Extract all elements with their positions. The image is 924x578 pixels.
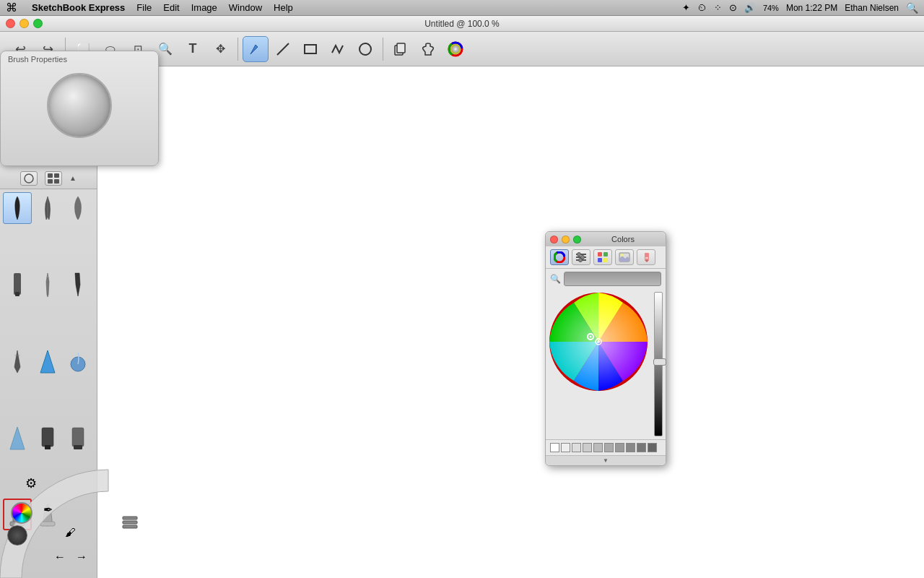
radial-dark-circle[interactable] (7, 525, 27, 545)
copy-button[interactable] (388, 36, 414, 62)
svg-point-51 (590, 336, 592, 338)
color-wheel-toolbar-button[interactable] (443, 36, 468, 62)
brush-properties-panel: Brush Properties (0, 51, 159, 166)
sound-icon: 🔊 (744, 2, 756, 13)
svg-rect-16 (14, 273, 21, 295)
svg-point-49 (597, 340, 600, 343)
brush-item-3[interactable] (3, 269, 32, 301)
toolbar-sep-2 (237, 38, 238, 61)
color-wheel-tab[interactable] (550, 249, 569, 265)
radial-color-circle[interactable] (11, 502, 32, 524)
rect-button[interactable] (297, 36, 323, 62)
brush-item-5[interactable] (64, 269, 92, 301)
radial-item-settings[interactable]: ⚙ (25, 475, 37, 491)
brush-item-7[interactable] (33, 345, 62, 377)
image-menu[interactable]: Image (186, 0, 223, 16)
brightness-slider[interactable] (654, 292, 663, 436)
svg-rect-38 (598, 258, 602, 262)
svg-rect-1 (305, 45, 316, 53)
transform-button[interactable]: ✥ (207, 36, 233, 62)
radial-back-arrow[interactable]: ← (54, 551, 66, 564)
svg-rect-12 (54, 173, 59, 178)
brush-collapse-arrow[interactable]: ▲ (69, 174, 77, 182)
swatch-3[interactable] (583, 443, 592, 452)
brush-item-4[interactable] (33, 269, 62, 301)
svg-rect-14 (54, 179, 59, 184)
swatch-9[interactable] (648, 443, 657, 452)
swatch-4[interactable] (593, 443, 603, 452)
document-title: Untitled @ 100.0 % (424, 19, 500, 29)
colors-palette-row (546, 439, 666, 455)
maximize-button[interactable] (33, 19, 43, 28)
color-sliders-tab[interactable] (572, 249, 590, 265)
apple-menu-icon[interactable]: ⌘ (6, 1, 17, 14)
colors-title: Colors (585, 235, 661, 243)
radial-item-brush[interactable]: 🖌 (65, 526, 76, 538)
svg-marker-18 (40, 350, 55, 373)
swatch-2[interactable] (572, 443, 581, 452)
svg-marker-43 (645, 260, 649, 262)
colors-close-button[interactable] (550, 236, 558, 243)
time-machine-icon: ⏲ (697, 2, 707, 13)
stamp-button[interactable] (415, 36, 441, 62)
radial-forward-arrow[interactable]: → (76, 551, 87, 564)
swatch-8[interactable] (637, 443, 646, 452)
brush-item-6[interactable] (3, 345, 32, 377)
brightness-thumb[interactable] (653, 358, 666, 366)
file-menu[interactable]: File (131, 0, 157, 16)
color-pencils-tab[interactable] (637, 249, 655, 265)
svg-rect-37 (603, 252, 608, 256)
scroll-down-indicator: ▼ (603, 457, 609, 464)
colors-tabs (546, 246, 666, 269)
zigzag-button[interactable] (325, 36, 351, 62)
svg-rect-39 (603, 258, 608, 262)
line-button[interactable] (270, 36, 296, 62)
svg-rect-17 (15, 292, 19, 296)
colors-scroll[interactable]: ▼ (546, 455, 666, 465)
canvas-area[interactable] (97, 66, 924, 578)
help-menu[interactable]: Help (268, 0, 299, 16)
swatch-5[interactable] (604, 443, 614, 452)
colors-search-bar: 🔍 (546, 269, 666, 289)
svg-line-0 (277, 43, 289, 55)
svg-rect-53 (123, 521, 137, 524)
colors-minimize-button[interactable] (562, 236, 570, 243)
swatch-7[interactable] (626, 443, 635, 452)
radial-item-pen[interactable]: ✒ (43, 503, 53, 517)
search-icon[interactable]: 🔍 (906, 2, 918, 14)
text-button[interactable]: T (180, 36, 206, 62)
svg-rect-42 (645, 253, 649, 260)
pen-button[interactable] (243, 36, 269, 62)
ellipse-button[interactable] (352, 36, 378, 62)
brush-item-2[interactable] (64, 192, 92, 224)
brush-grid-view-button[interactable] (20, 171, 38, 186)
svg-point-10 (25, 174, 33, 183)
menubar-right: ✦ ⏲ ⁘ ⊙ 🔊 74% Mon 1:22 PM Ethan Nielsen … (682, 2, 918, 14)
swatch-0[interactable] (550, 443, 559, 452)
svg-point-9 (449, 43, 462, 56)
radial-layers-button[interactable] (121, 514, 139, 535)
swatch-6[interactable] (615, 443, 624, 452)
colors-maximize-button[interactable] (573, 236, 581, 243)
minimize-button[interactable] (19, 19, 29, 28)
swatch-1[interactable] (561, 443, 570, 452)
datetime-display: Mon 1:22 PM (786, 3, 837, 13)
color-swatches-tab[interactable] (593, 249, 612, 265)
bluetooth-icon: ✦ (682, 2, 690, 13)
colors-search-icon: 🔍 (550, 274, 561, 284)
colors-search-input[interactable] (564, 272, 661, 286)
app-name-menu[interactable]: SketchBook Express (26, 0, 131, 16)
brush-item-0[interactable] (3, 192, 32, 224)
colors-panel: Colors 🔍 (545, 231, 666, 466)
svg-rect-54 (123, 525, 137, 528)
svg-rect-11 (48, 173, 53, 178)
brush-list-view-button[interactable] (45, 171, 62, 186)
edit-menu[interactable]: Edit (157, 0, 185, 16)
window-menu[interactable]: Window (223, 0, 268, 16)
close-button[interactable] (6, 19, 15, 28)
brush-item-8[interactable] (64, 345, 92, 377)
bluetooth2-icon: ⁘ (714, 2, 722, 13)
color-wheel[interactable] (549, 292, 648, 436)
color-image-tab[interactable] (615, 249, 634, 265)
brush-item-1[interactable] (33, 192, 62, 224)
